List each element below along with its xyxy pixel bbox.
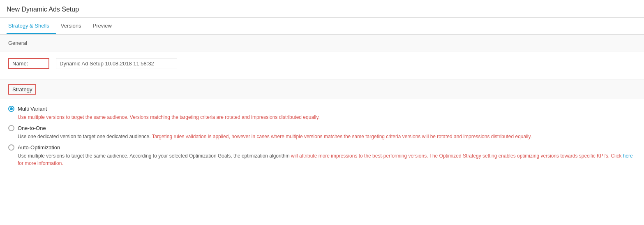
- auto-optimization-title-row[interactable]: Auto-Optimization: [8, 144, 636, 151]
- strategy-section: Strategy Multi Variant Use multiple vers…: [0, 80, 644, 178]
- name-input[interactable]: [56, 58, 177, 69]
- option-one-to-one: One-to-One Use one dedicated version to …: [8, 125, 636, 140]
- name-label: Name:: [8, 58, 49, 69]
- auto-optimization-desc: Use multiple versions to target the same…: [18, 152, 636, 167]
- radio-multi-variant[interactable]: [8, 106, 14, 112]
- one-to-one-desc: Use one dedicated version to target one …: [18, 133, 636, 140]
- multi-variant-label: Multi Variant: [18, 106, 47, 112]
- general-section-header: General: [0, 35, 644, 51]
- multi-variant-title-row[interactable]: Multi Variant: [8, 106, 636, 112]
- option-auto-optimization: Auto-Optimization Use multiple versions …: [8, 144, 636, 167]
- here-link[interactable]: here: [623, 153, 633, 159]
- tab-preview[interactable]: Preview: [91, 18, 118, 34]
- multi-variant-desc: Use multiple versions to target the same…: [18, 114, 636, 121]
- general-heading: General: [8, 40, 27, 46]
- general-section: General Name:: [0, 35, 644, 79]
- strategy-heading: Strategy: [8, 84, 36, 95]
- option-multi-variant: Multi Variant Use multiple versions to t…: [8, 106, 636, 121]
- content-area: General Name: Strategy Multi Variant Use…: [0, 35, 644, 178]
- name-field-row: Name:: [8, 58, 636, 69]
- tab-versions[interactable]: Versions: [59, 18, 88, 34]
- tab-strategy-shells[interactable]: Strategy & Shells: [7, 18, 56, 34]
- page-title: New Dynamic Ads Setup: [7, 6, 637, 13]
- tabs-bar: Strategy & Shells Versions Preview: [0, 18, 644, 35]
- strategy-section-header: Strategy: [0, 80, 644, 99]
- page-header: New Dynamic Ads Setup: [0, 0, 644, 18]
- radio-one-to-one[interactable]: [8, 125, 14, 131]
- general-section-body: Name:: [0, 51, 644, 79]
- radio-auto-optimization[interactable]: [8, 144, 14, 151]
- auto-optimization-label: Auto-Optimization: [18, 144, 60, 151]
- strategy-options: Multi Variant Use multiple versions to t…: [0, 99, 644, 178]
- one-to-one-label: One-to-One: [18, 125, 46, 131]
- one-to-one-title-row[interactable]: One-to-One: [8, 125, 636, 131]
